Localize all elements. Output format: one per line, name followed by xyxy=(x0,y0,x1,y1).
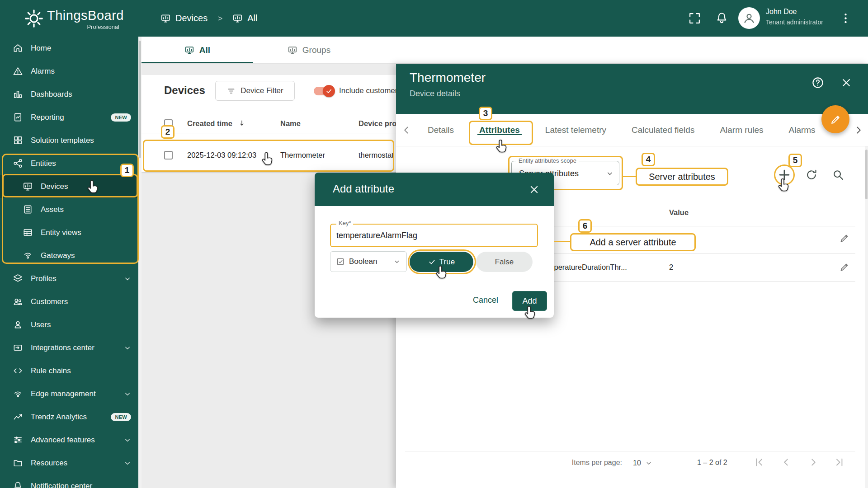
last-page-icon[interactable] xyxy=(834,456,845,468)
notifications-bell-icon[interactable] xyxy=(715,11,729,25)
sidebar-item-profiles[interactable]: Profiles xyxy=(0,267,138,290)
sidebar-item-notification-center[interactable]: Notification center xyxy=(0,474,138,488)
false-label: False xyxy=(495,258,514,267)
dialog-title: Add attribute xyxy=(333,183,394,195)
panel-subtitle: Device details xyxy=(410,89,460,99)
edit-attribute-button[interactable] xyxy=(839,233,850,244)
key-input[interactable] xyxy=(336,225,531,246)
sidebar-item-label: Advanced features xyxy=(31,436,95,445)
avatar[interactable] xyxy=(738,7,760,29)
refresh-icon xyxy=(805,168,818,182)
sidebar-item-integrations-center[interactable]: Integrations center xyxy=(0,336,138,359)
sidebar-item-dashboards[interactable]: Dashboards xyxy=(0,83,138,106)
tab-alarms[interactable]: Alarms xyxy=(788,125,815,135)
sidebar-item-advanced-features[interactable]: Advanced features xyxy=(0,428,138,451)
close-icon[interactable] xyxy=(528,183,540,196)
tab-label: Attributes xyxy=(479,125,520,135)
include-customers-toggle[interactable] xyxy=(314,87,334,95)
sidebar-scrollbar-thumb[interactable] xyxy=(139,41,141,158)
first-page-icon[interactable] xyxy=(753,456,765,468)
entity-group-tabs: All Groups xyxy=(142,37,868,64)
sidebar-item-resources[interactable]: Resources xyxy=(0,451,138,474)
breadcrumb-all[interactable]: All xyxy=(247,13,257,23)
fullscreen-icon[interactable] xyxy=(688,11,702,25)
chevron-down-icon xyxy=(123,389,132,399)
refresh-button[interactable] xyxy=(805,168,818,182)
cancel-button[interactable]: Cancel xyxy=(473,296,498,305)
kebab-menu-icon[interactable] xyxy=(839,11,853,25)
tab-attributes[interactable]: Attributes xyxy=(479,125,520,135)
tab-groups[interactable]: Groups xyxy=(253,37,365,63)
notification-center-icon xyxy=(13,481,23,488)
search-button[interactable] xyxy=(831,168,845,182)
next-page-icon[interactable] xyxy=(807,456,819,468)
panel-title: Thermometer xyxy=(410,70,486,85)
edit-attribute-button[interactable] xyxy=(839,262,850,272)
sidebar-item-assets[interactable]: Assets xyxy=(0,198,138,221)
tab-all[interactable]: All xyxy=(142,37,253,63)
sidebar-item-entity-views[interactable]: Entity views xyxy=(0,221,138,244)
help-icon[interactable] xyxy=(811,76,825,89)
dialog-header: Add attribute xyxy=(315,173,554,206)
tab-calculated-fields[interactable]: Calculated fields xyxy=(632,125,694,135)
column-value[interactable]: Value xyxy=(669,208,689,217)
false-toggle-button[interactable]: False xyxy=(476,252,533,272)
sort-descending-icon[interactable] xyxy=(237,119,246,128)
sidebar-item-reporting[interactable]: ReportingNEW xyxy=(0,106,138,129)
add-button[interactable]: Add xyxy=(512,291,547,311)
edit-fab-button[interactable] xyxy=(821,105,849,133)
sidebar-item-users[interactable]: Users xyxy=(0,313,138,336)
sidebar-item-label: Alarms xyxy=(31,67,55,76)
cell-name: Thermometer xyxy=(280,151,325,160)
sidebar-item-edge-management[interactable]: Edge management xyxy=(0,382,138,405)
device-filter-button[interactable]: Device Filter xyxy=(215,81,295,101)
chevron-down-icon xyxy=(123,459,132,468)
close-icon[interactable] xyxy=(840,76,853,89)
sidebar-item-gateways[interactable]: Gateways xyxy=(0,244,138,267)
sidebar-item-label: Devices xyxy=(41,182,68,191)
sidebar-item-entities[interactable]: Entities xyxy=(0,152,138,175)
true-label: True xyxy=(439,258,455,267)
tab-label: Details xyxy=(428,125,454,135)
plus-icon xyxy=(777,167,792,183)
breadcrumb-devices[interactable]: Devices xyxy=(175,13,208,23)
all-tab-icon xyxy=(184,45,194,55)
trendz-icon xyxy=(13,412,23,422)
sidebar-item-label: Home xyxy=(31,44,51,53)
sidebar-item-solution-templates[interactable]: Solution templates xyxy=(0,129,138,152)
add-attribute-button[interactable] xyxy=(777,167,792,183)
row-checkbox[interactable] xyxy=(164,151,173,160)
table-row[interactable]: 2025-12-03 09:12:03 Thermometer thermost… xyxy=(142,133,433,172)
dashboards-icon xyxy=(13,89,23,99)
previous-page-icon[interactable] xyxy=(780,456,792,468)
tab-latest-telemetry[interactable]: Latest telemetry xyxy=(545,125,606,135)
sidebar-item-devices[interactable]: Devices xyxy=(0,175,138,198)
tabs-scroll-left-icon[interactable] xyxy=(401,124,412,136)
panel-scrollbar-thumb[interactable] xyxy=(865,150,868,199)
sidebar-item-label: Profiles xyxy=(31,274,57,283)
tabs-scroll-right-icon[interactable] xyxy=(853,124,864,136)
tab-label: Latest telemetry xyxy=(545,125,606,135)
sidebar-item-alarms[interactable]: Alarms xyxy=(0,60,138,83)
sidebar-item-customers[interactable]: Customers xyxy=(0,290,138,313)
tab-alarm-rules[interactable]: Alarm rules xyxy=(720,125,763,135)
devices-breadcrumb-icon xyxy=(160,13,171,23)
column-created-time[interactable]: Created time xyxy=(187,119,232,128)
items-per-page-select[interactable]: 10 xyxy=(633,456,667,470)
tab-details[interactable]: Details xyxy=(428,125,454,135)
chevron-down-icon xyxy=(123,436,132,445)
sidebar-item-trendz-analytics[interactable]: Trendz AnalyticsNEW xyxy=(0,405,138,428)
edge-icon xyxy=(13,389,23,399)
top-bar: ThingsBoard Professional Devices > All J… xyxy=(0,0,868,37)
key-field[interactable] xyxy=(330,224,538,247)
boolean-type-icon xyxy=(336,257,345,266)
column-name[interactable]: Name xyxy=(280,119,301,128)
true-toggle-button[interactable]: True xyxy=(410,252,473,272)
pencil-icon xyxy=(830,113,842,126)
sidebar-item-rule-chains[interactable]: Rule chains xyxy=(0,359,138,382)
value-type-select[interactable]: Boolean xyxy=(330,251,407,272)
select-all-checkbox[interactable] xyxy=(164,119,173,128)
sidebar-item-label: Resources xyxy=(31,459,67,468)
person-icon xyxy=(742,11,756,25)
sidebar-item-home[interactable]: Home xyxy=(0,37,138,60)
